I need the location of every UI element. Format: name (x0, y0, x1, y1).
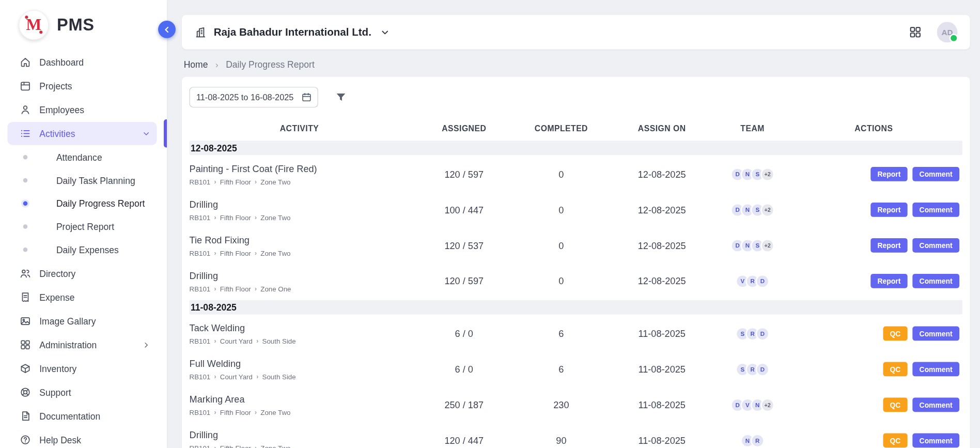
table-row: Tie Rod FixingRB101›Fifth Floor›Zone Two… (190, 227, 963, 263)
comment-button[interactable]: Comment (912, 238, 959, 253)
team-more-chip[interactable]: +2 (760, 239, 774, 253)
sidebar-subitem-attendance[interactable]: Attendance (0, 146, 167, 169)
path-segment: RB101 (190, 373, 211, 381)
team-more-chip[interactable]: +2 (760, 398, 774, 412)
projects-icon (20, 80, 32, 92)
sidebar-subitem-daily-expenses[interactable]: Daily Expenses (0, 238, 167, 261)
table-row: DrillingRB101›Fifth Floor›Zone One120 / … (190, 263, 963, 299)
assigned-value: 120 / 447 (409, 435, 519, 446)
qc-button[interactable]: QC (883, 433, 907, 447)
completed-value: 6 (519, 328, 604, 339)
sidebar-item-administration[interactable]: Administration (8, 333, 157, 357)
date-range-picker[interactable] (190, 87, 318, 107)
home-icon (20, 56, 32, 68)
sidebar-item-activities[interactable]: Activities (8, 122, 157, 145)
bullet-dot-icon (23, 202, 27, 206)
qc-button[interactable]: QC (883, 397, 907, 412)
team-avatar-chip[interactable]: D (756, 327, 770, 341)
active-item-accent-bar (164, 119, 167, 147)
calendar-icon[interactable] (301, 92, 312, 103)
team-avatars: SRD (720, 362, 785, 376)
comment-button[interactable]: Comment (912, 274, 959, 288)
comment-button[interactable]: Comment (912, 362, 959, 376)
report-button[interactable]: Report (870, 238, 907, 253)
sidebar-item-support[interactable]: Support (8, 381, 157, 404)
support-icon (20, 387, 32, 398)
sidebar-item-image-gallary[interactable]: Image Gallary (8, 310, 157, 333)
table-row: DrillingRB101›Fifth Floor›Zone Two100 / … (190, 192, 963, 227)
path-segment: RB101 (190, 444, 211, 448)
assign-on-date: 11-08-2025 (604, 328, 720, 339)
sidebar-item-expense[interactable]: Expense (8, 286, 157, 309)
bullet-dot-icon (23, 224, 27, 228)
comment-button[interactable]: Comment (912, 327, 959, 341)
report-button[interactable]: Report (870, 274, 907, 288)
company-selector[interactable]: Raja Bahadur International Ltd. (194, 26, 390, 38)
path-segment: Court Yard (220, 373, 253, 381)
qc-button[interactable]: QC (883, 327, 907, 341)
actions-cell: QCComment (785, 362, 963, 376)
user-avatar[interactable]: AD (937, 22, 957, 42)
team-avatar-chip[interactable]: D (756, 362, 770, 376)
sidebar-subitem-project-report[interactable]: Project Report (0, 215, 167, 238)
app-viewport: M PMS DashboardProjectsEmployeesActiviti… (0, 0, 980, 448)
assign-on-date: 12-08-2025 (604, 276, 720, 287)
breadcrumb-home[interactable]: Home (184, 59, 208, 69)
qc-button[interactable]: QC (883, 362, 907, 376)
activity-name: Drilling (190, 270, 410, 281)
path-chevron-icon: › (214, 214, 216, 221)
path-chevron-icon: › (214, 250, 216, 256)
report-button[interactable]: Report (870, 167, 907, 181)
column-team: TEAM (720, 123, 785, 133)
assigned-value: 120 / 597 (409, 169, 519, 180)
team-avatar-chip[interactable]: R (751, 434, 765, 447)
team-more-chip[interactable]: +2 (760, 167, 774, 181)
path-chevron-icon: › (255, 178, 257, 185)
column-assigned: ASSIGNED (409, 123, 519, 133)
apps-grid-icon[interactable] (909, 26, 922, 39)
column-assign-on: ASSIGN ON (604, 123, 720, 133)
path-segment: Fifth Floor (220, 444, 251, 448)
sidebar-subitem-label: Daily Progress Report (56, 198, 145, 208)
sidebar-item-projects[interactable]: Projects (8, 74, 157, 98)
assign-on-date: 12-08-2025 (604, 205, 720, 215)
comment-button[interactable]: Comment (912, 167, 959, 181)
sidebar-collapse-button[interactable] (158, 21, 176, 38)
image-icon (20, 315, 32, 327)
team-avatar-chip[interactable]: D (756, 274, 770, 288)
sidebar-subitem-daily-task-planning[interactable]: Daily Task Planning (0, 169, 167, 192)
activity-cell: DrillingRB101›Fifth Floor›Zone Two (190, 424, 410, 448)
chevron-right-icon (142, 341, 151, 349)
path-segment: RB101 (190, 285, 211, 292)
path-chevron-icon: › (256, 373, 258, 380)
progress-report-table: ACTIVITY ASSIGNED COMPLETED ASSIGN ON TE… (190, 117, 963, 448)
sidebar-item-documentation[interactable]: Documentation (8, 405, 157, 428)
actions-cell: ReportComment (785, 274, 963, 288)
sidebar-item-help-desk[interactable]: Help Desk (8, 428, 157, 448)
chevron-down-icon (380, 27, 390, 37)
comment-button[interactable]: Comment (912, 203, 959, 217)
sidebar-subitem-label: Project Report (56, 222, 114, 231)
sidebar-item-label: Administration (39, 340, 134, 350)
filter-icon[interactable] (335, 91, 347, 103)
table-row: Full WeldingRB101›Court Yard›South Side6… (190, 351, 963, 387)
activity-location-path: RB101›Court Yard›South Side (190, 337, 410, 345)
breadcrumb-separator-icon: › (215, 59, 219, 69)
actions-cell: ReportComment (785, 167, 963, 181)
sidebar-item-directory[interactable]: Directory (8, 262, 157, 285)
activity-name: Drilling (190, 198, 410, 209)
team-more-chip[interactable]: +2 (760, 203, 774, 217)
sidebar-item-inventory[interactable]: Inventory (8, 357, 157, 380)
date-range-input[interactable] (196, 92, 298, 102)
activity-cell: Tie Rod FixingRB101›Fifth Floor›Zone Two (190, 229, 410, 261)
sidebar-subitem-daily-progress-report[interactable]: Daily Progress Report (0, 192, 167, 215)
assign-on-date: 11-08-2025 (604, 399, 720, 410)
sidebar-item-employees[interactable]: Employees (8, 98, 157, 121)
content-card: ACTIVITY ASSIGNED COMPLETED ASSIGN ON TE… (182, 77, 970, 448)
comment-button[interactable]: Comment (912, 433, 959, 447)
report-button[interactable]: Report (870, 203, 907, 217)
comment-button[interactable]: Comment (912, 397, 959, 412)
activity-cell: Full WeldingRB101›Court Yard›South Side (190, 353, 410, 385)
sidebar-item-dashboard[interactable]: Dashboard (8, 51, 157, 74)
actions-cell: QCComment (785, 327, 963, 341)
